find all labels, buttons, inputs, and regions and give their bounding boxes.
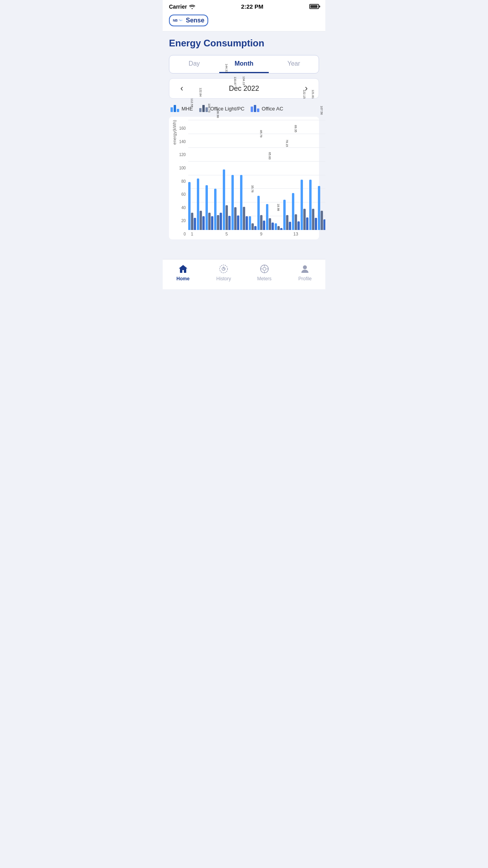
bar-mhe[interactable] [301, 180, 303, 230]
y-axis-tick: 120 [179, 153, 186, 157]
bar-group: 144.33 [223, 169, 231, 230]
grid-line [188, 175, 325, 175]
bar-mhe[interactable] [275, 223, 277, 230]
bar-office[interactable] [260, 215, 262, 230]
legend-mhe: MHE [171, 105, 193, 112]
bar-ac[interactable] [220, 213, 222, 230]
grid-line [188, 161, 325, 162]
bar-office[interactable] [277, 226, 280, 230]
bar-mhe[interactable] [266, 204, 268, 230]
bar-mhe[interactable] [223, 169, 225, 230]
bar-value-label: 112.55 [190, 98, 194, 107]
bar-office[interactable] [243, 207, 245, 230]
bar-value-label: 106.98 [216, 109, 220, 118]
legend-ac: Office AC [251, 105, 283, 112]
x-axis-tick: 9 [257, 232, 265, 236]
bar-office[interactable] [208, 213, 211, 230]
bar-mhe[interactable] [292, 193, 294, 230]
bar-ac[interactable] [306, 217, 308, 230]
bar-ac[interactable] [272, 223, 274, 230]
bar-ac[interactable] [297, 221, 300, 230]
bar-mhe[interactable] [318, 186, 320, 230]
grid-line [188, 134, 325, 134]
home-icon [178, 263, 189, 274]
x-axis: 1591317212529 [188, 230, 325, 236]
status-bar: Carrier 2:22 PM [163, 0, 325, 11]
logo-wave-icon: NB [173, 17, 185, 24]
chart-container: energy(kWh) 160140120100806040200 112.55… [169, 117, 319, 239]
bar-group: 89.35 [292, 193, 300, 230]
bar-office[interactable] [269, 218, 271, 230]
bar-ac[interactable] [315, 218, 317, 230]
bar-ac[interactable] [289, 222, 291, 230]
x-axis-tick: 13 [292, 232, 300, 236]
bottom-nav: Home History Meters [163, 259, 325, 289]
bar-office[interactable] [321, 211, 323, 230]
bar-office[interactable] [226, 205, 228, 230]
bar-mhe[interactable] [309, 180, 312, 230]
svg-point-8 [303, 265, 307, 269]
bar-ac[interactable] [237, 215, 239, 230]
bar-mhe[interactable] [197, 178, 199, 230]
bar-mhe[interactable] [283, 200, 286, 230]
bar-ac[interactable] [323, 219, 325, 230]
bar-value-label: 89.35 [294, 125, 297, 132]
bar-mhe[interactable] [257, 196, 260, 230]
nav-home[interactable]: Home [163, 263, 204, 281]
nav-history-label: History [216, 276, 231, 281]
bar-ac[interactable] [228, 216, 231, 230]
tab-year[interactable]: Year [269, 55, 319, 73]
bar-ac[interactable] [246, 216, 248, 230]
bar-value-label: 122.84 [199, 88, 202, 97]
bar-office[interactable] [286, 215, 288, 230]
y-axis-tick: 100 [179, 166, 186, 170]
logo-box: NB Sense [169, 15, 208, 26]
bar-ac[interactable] [202, 216, 205, 230]
bar-ac[interactable] [194, 218, 196, 230]
bar-office[interactable] [303, 209, 306, 230]
x-axis-tick [214, 232, 222, 236]
nav-meters[interactable]: Meters [244, 263, 285, 281]
legend-office: Office Light/PC [199, 105, 244, 112]
bar-office[interactable] [251, 223, 254, 230]
bar-office[interactable] [200, 211, 202, 230]
bar-ac[interactable] [254, 226, 257, 230]
bar-value-label: 65.83 [268, 152, 272, 160]
bar-group: 122.15 [301, 180, 308, 230]
bar-office[interactable] [295, 214, 297, 230]
bar-ac[interactable] [263, 221, 265, 230]
y-axis: 160140120100806040200 [179, 126, 188, 236]
bar-mhe[interactable] [214, 189, 216, 230]
x-axis-tick: 1 [188, 232, 196, 236]
y-axis-tick: 0 [183, 232, 186, 236]
bar-mhe[interactable] [231, 175, 234, 230]
history-icon [218, 263, 229, 274]
y-axis-tick: 160 [179, 126, 186, 131]
bar-mhe[interactable] [240, 175, 242, 230]
bar-ac[interactable] [280, 228, 283, 230]
bar-group: 133.87 [231, 175, 239, 230]
bar-office[interactable] [191, 213, 193, 230]
bar-office[interactable] [234, 207, 237, 230]
x-axis-tick [318, 232, 325, 236]
bar-value-label: 35.76 [251, 185, 254, 193]
bar-group: 122.84 [197, 178, 205, 230]
svg-point-7 [263, 267, 266, 270]
nav-profile[interactable]: Profile [285, 263, 326, 281]
bar-mhe[interactable] [205, 185, 208, 230]
nav-history[interactable]: History [204, 263, 244, 281]
bar-mhe[interactable] [249, 216, 251, 230]
bar-office[interactable] [217, 215, 219, 230]
x-axis-tick [249, 232, 257, 236]
bars-area: 112.55122.84109.73106.98144.33133.87134.… [188, 120, 325, 230]
bar-value-label: 121.81 [311, 90, 315, 99]
bar-value-label: 133.87 [233, 77, 237, 86]
bar-ac[interactable] [211, 216, 213, 230]
bar-office[interactable] [312, 209, 314, 230]
meters-icon [259, 263, 270, 274]
x-axis-tick [197, 232, 205, 236]
prev-date-button[interactable]: ‹ [177, 83, 186, 94]
bar-value-label: 107.56 [320, 106, 323, 115]
bar-mhe[interactable] [188, 182, 191, 230]
tab-day[interactable]: Day [169, 55, 219, 73]
